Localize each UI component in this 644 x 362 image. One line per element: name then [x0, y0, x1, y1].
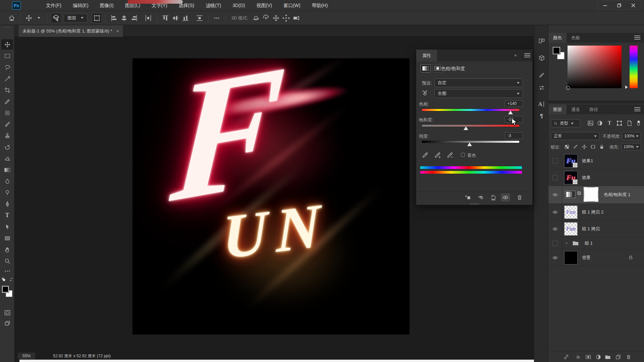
- home-button[interactable]: [7, 13, 17, 23]
- status-options-chevron[interactable]: ›: [109, 354, 111, 358]
- clip-to-layer-button[interactable]: [463, 193, 473, 201]
- menu-image[interactable]: 图像(I): [94, 0, 119, 11]
- canvas[interactable]: F UN: [132, 58, 410, 335]
- libraries-panel-icon[interactable]: [537, 53, 546, 62]
- color-panel-menu-icon[interactable]: [634, 36, 640, 40]
- layer-row-group-copy-2[interactable]: Fun 组 1 拷贝 2: [548, 204, 644, 221]
- saturation-slider-thumb[interactable]: [464, 126, 468, 130]
- edit-toolbar-button[interactable]: [1, 268, 13, 275]
- crop-tool[interactable]: [1, 85, 13, 95]
- clone-stamp-tool[interactable]: [1, 130, 13, 141]
- dodge-tool[interactable]: [1, 187, 13, 198]
- paragraph-panel-icon[interactable]: ¶: [537, 112, 546, 121]
- lock-artboard-button[interactable]: [589, 143, 597, 150]
- default-colors-icon[interactable]: [1, 277, 6, 282]
- eyedropper-sample-button[interactable]: [422, 151, 429, 159]
- distribute-vertical-button[interactable]: [195, 13, 205, 23]
- eyedropper-add-button[interactable]: [434, 151, 441, 159]
- rectangle-shape-tool[interactable]: [1, 233, 13, 243]
- restore-button[interactable]: [613, 2, 625, 9]
- visibility-toggle[interactable]: [548, 169, 562, 186]
- colorize-checkbox[interactable]: [461, 153, 465, 157]
- lock-transparent-pixels-button[interactable]: [563, 143, 571, 150]
- menu-help[interactable]: 帮助(H): [306, 0, 333, 11]
- visibility-toggle[interactable]: [548, 249, 562, 266]
- panel-menu-icon[interactable]: [524, 53, 530, 57]
- filter-adjustment-layers-icon[interactable]: [595, 119, 604, 127]
- lightness-value-field[interactable]: -3: [505, 132, 523, 139]
- distribute-horizontal-button[interactable]: [143, 13, 153, 23]
- magic-wand-tool[interactable]: [1, 73, 13, 84]
- targeted-adjustment-icon[interactable]: [422, 89, 428, 96]
- align-left-edges-button[interactable]: [109, 13, 119, 23]
- hue-ramp[interactable]: [630, 46, 638, 88]
- blur-tool[interactable]: [1, 176, 13, 186]
- layer-row-group-1[interactable]: › 组 1: [548, 237, 644, 249]
- adjustment-properties-button[interactable]: [421, 64, 431, 72]
- eyedropper-tool[interactable]: [1, 96, 13, 107]
- new-group-button[interactable]: [603, 353, 612, 361]
- align-bottom-edges-button[interactable]: [180, 13, 191, 23]
- character-panel-icon[interactable]: A: [537, 100, 546, 109]
- tab-layers[interactable]: 图层: [548, 105, 567, 114]
- align-right-edges-button[interactable]: [129, 13, 139, 23]
- hue-slider-thumb[interactable]: [508, 111, 513, 114]
- menu-window[interactable]: 窗口(W): [278, 0, 306, 11]
- layer-row-group-copy[interactable]: Fun 组 1 拷贝: [548, 221, 644, 237]
- layer-row-effect1[interactable]: Fu 效果1: [548, 153, 644, 169]
- filter-shape-layers-icon[interactable]: [615, 119, 624, 127]
- swap-panel-icon[interactable]: [537, 83, 546, 92]
- move-tool[interactable]: [1, 39, 13, 50]
- opacity-field[interactable]: 100%: [622, 132, 641, 140]
- tab-swatches[interactable]: 色板: [567, 33, 585, 43]
- type-tool[interactable]: T: [1, 210, 13, 221]
- layer-thumbnail[interactable]: Fun: [564, 222, 578, 236]
- add-adjustment-layer-button[interactable]: [594, 353, 603, 361]
- menu-file[interactable]: 文件(F): [40, 0, 67, 11]
- layer-thumbnail[interactable]: [564, 251, 578, 264]
- filter-type-layers-icon[interactable]: T: [605, 119, 614, 127]
- layer-effects-button[interactable]: fx: [574, 353, 583, 361]
- more-options-button[interactable]: [212, 13, 222, 23]
- hue-slider[interactable]: [422, 109, 520, 111]
- auto-select-toggle[interactable]: [51, 13, 61, 23]
- layer-filter-toggle[interactable]: [634, 119, 643, 127]
- visibility-toggle[interactable]: [548, 237, 562, 249]
- add-layer-mask-button[interactable]: [584, 353, 593, 361]
- move-tool-preset-icon[interactable]: [24, 13, 34, 23]
- color-picker-circle[interactable]: [566, 86, 570, 90]
- layer-row-background[interactable]: 背景: [548, 249, 644, 266]
- align-top-edges-button[interactable]: [160, 13, 170, 23]
- lock-all-button[interactable]: [598, 143, 605, 150]
- brush-tool[interactable]: [1, 119, 13, 129]
- layer-thumbnail[interactable]: Fun: [564, 205, 578, 219]
- tool-preset-chevron[interactable]: [34, 13, 44, 23]
- document-close-icon[interactable]: ×: [116, 28, 119, 34]
- layer-row-hue-saturation[interactable]: ⧉ 色相/饱和度 1: [548, 186, 644, 204]
- auto-select-target-dropdown[interactable]: 图层: [64, 14, 87, 22]
- lightness-slider-thumb[interactable]: [467, 142, 472, 146]
- gradient-tool[interactable]: [1, 165, 13, 175]
- lasso-tool[interactable]: [1, 62, 13, 72]
- layer-thumbnail[interactable]: Fu: [564, 154, 578, 168]
- tab-channels[interactable]: 通道: [567, 105, 585, 114]
- lock-image-pixels-button[interactable]: [572, 143, 579, 150]
- hue-value-field[interactable]: +140: [505, 100, 523, 107]
- fill-field[interactable]: 100%: [621, 143, 641, 150]
- menu-filter[interactable]: 滤镜(T): [200, 0, 227, 11]
- delete-adjustment-button[interactable]: [515, 193, 524, 201]
- tab-color[interactable]: 颜色: [548, 33, 567, 43]
- foreground-color-swatch[interactable]: [2, 286, 9, 293]
- lock-position-button[interactable]: [581, 143, 588, 150]
- hand-tool[interactable]: [1, 244, 13, 255]
- collapse-panel-icon[interactable]: »: [514, 53, 517, 58]
- filter-smart-objects-icon[interactable]: [625, 119, 634, 127]
- zoom-tool[interactable]: [1, 256, 13, 266]
- eyedropper-subtract-button[interactable]: [446, 151, 454, 159]
- blend-mode-dropdown[interactable]: 正常: [551, 132, 600, 140]
- layers-panel-menu-icon[interactable]: [634, 107, 640, 111]
- 3d-roll-tool[interactable]: [261, 13, 271, 23]
- zoom-level-field[interactable]: 55%: [18, 353, 35, 359]
- show-transform-controls-toggle[interactable]: [92, 13, 102, 23]
- visibility-toggle[interactable]: [548, 221, 562, 237]
